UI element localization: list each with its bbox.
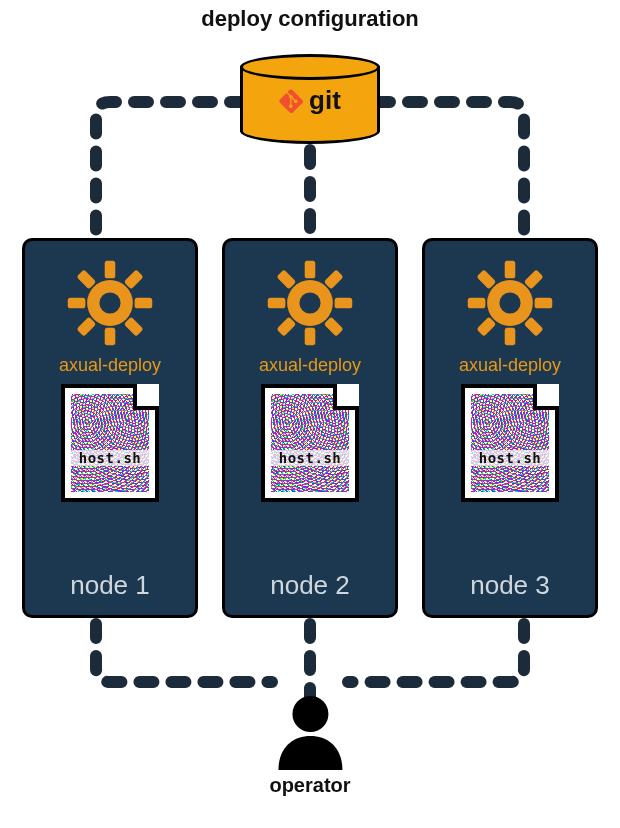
svg-point-29 [499,292,520,313]
deploy-tool-label: axual-deploy [59,355,161,376]
nodes-row: axual-deploy host.sh node 1 axual-deploy… [0,238,620,618]
svg-rect-4 [135,298,153,309]
gear-icon [466,259,554,347]
file-name: host.sh [465,450,555,466]
svg-rect-3 [68,298,86,309]
host-script-file: host.sh [61,384,159,502]
svg-rect-13 [268,298,286,309]
svg-rect-24 [535,298,553,309]
svg-point-19 [299,292,320,313]
svg-rect-28 [524,317,544,337]
node-1: axual-deploy host.sh node 1 [22,238,198,618]
file-name: host.sh [65,450,155,466]
svg-point-30 [292,696,328,732]
operator-label: operator [269,774,350,797]
svg-rect-12 [305,328,316,346]
svg-rect-27 [476,269,496,289]
node-title: node 1 [70,570,150,601]
deploy-tool-label: axual-deploy [259,355,361,376]
node-title: node 3 [470,570,550,601]
node-title: node 2 [270,570,350,601]
svg-rect-23 [468,298,486,309]
svg-rect-14 [335,298,353,309]
svg-rect-1 [105,261,116,279]
git-label: git [309,85,341,116]
svg-rect-11 [305,261,316,279]
svg-point-9 [99,292,120,313]
svg-rect-26 [476,317,496,337]
svg-rect-15 [324,269,344,289]
person-icon [274,694,346,770]
node-2: axual-deploy host.sh node 2 [222,238,398,618]
svg-rect-22 [505,328,516,346]
gear-icon [266,259,354,347]
deploy-tool-label: axual-deploy [459,355,561,376]
svg-rect-7 [76,269,96,289]
file-name: host.sh [265,450,355,466]
git-icon [279,89,303,113]
operator: operator [269,694,350,797]
host-script-file: host.sh [461,384,559,502]
svg-rect-25 [524,269,544,289]
node-3: axual-deploy host.sh node 3 [422,238,598,618]
host-script-file: host.sh [261,384,359,502]
svg-rect-21 [505,261,516,279]
svg-rect-16 [276,317,296,337]
svg-rect-17 [276,269,296,289]
svg-rect-5 [124,269,144,289]
svg-rect-2 [105,328,116,346]
svg-rect-8 [124,317,144,337]
svg-rect-18 [324,317,344,337]
git-repository: git [240,54,380,144]
svg-rect-6 [76,317,96,337]
gear-icon [66,259,154,347]
